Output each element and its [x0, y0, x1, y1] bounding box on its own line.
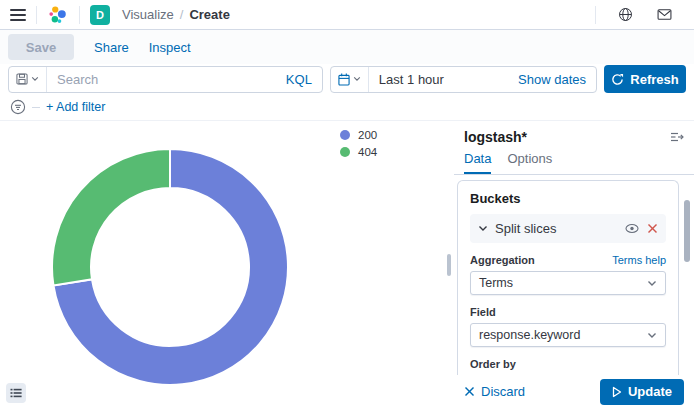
panel-resizer-grip[interactable] [447, 254, 451, 276]
chart-legend: 200404 [340, 129, 377, 158]
legend-color-dot [340, 147, 350, 157]
filter-bar: + Add filter [0, 94, 694, 121]
tab-data[interactable]: Data [464, 151, 491, 174]
editor-actions-bar: Discard Update [454, 375, 694, 408]
divider [79, 6, 80, 24]
main-content: 200404 logstash* Data Options [0, 121, 694, 408]
aggregation-select[interactable]: Terms [470, 271, 666, 295]
legend-item-404[interactable]: 404 [340, 146, 377, 158]
remove-bucket-icon[interactable] [647, 223, 658, 234]
buckets-section-title: Buckets [470, 191, 666, 206]
search-input-group: KQL [8, 66, 323, 93]
date-picker-group: Last 1 hour Show dates [330, 66, 597, 93]
saved-query-menu-button[interactable] [9, 67, 47, 92]
refresh-button[interactable]: Refresh [604, 65, 686, 93]
calendar-icon [338, 73, 350, 86]
list-icon [10, 387, 22, 399]
query-language-button[interactable]: KQL [276, 72, 322, 87]
visualization-chart-area: 200404 [0, 121, 444, 408]
donut-slice-404[interactable] [52, 149, 170, 285]
divider [36, 6, 37, 24]
time-range-value[interactable]: Last 1 hour [369, 72, 508, 87]
field-label: Field [470, 306, 496, 318]
legend-label: 200 [358, 129, 377, 141]
newsfeed-mail-icon[interactable] [645, 8, 684, 21]
visualize-toolbar: Save Share Inspect [0, 30, 694, 64]
menu-hamburger-icon[interactable] [10, 9, 26, 21]
chevron-down-icon [31, 76, 39, 82]
app-header: D Visualize / Create [0, 0, 694, 30]
close-icon [464, 386, 475, 397]
chevron-down-icon [647, 332, 657, 339]
terms-help-link[interactable]: Terms help [612, 254, 666, 266]
chevron-down-icon [353, 76, 361, 82]
show-dates-button[interactable]: Show dates [508, 72, 596, 87]
play-icon [612, 386, 622, 398]
update-button[interactable]: Update [600, 379, 684, 405]
elastic-logo-icon[interactable] [47, 4, 69, 26]
help-globe-icon[interactable] [606, 7, 645, 22]
add-filter-button[interactable]: + Add filter [46, 100, 105, 114]
chevron-down-icon [647, 280, 657, 287]
split-slices-label: Split slices [495, 221, 618, 236]
saved-query-disk-icon [16, 73, 28, 85]
divider [595, 6, 596, 24]
field-field-group: Field response.keyword [470, 306, 666, 347]
order-by-field-group: Order by Metric: Count [470, 358, 666, 375]
share-button[interactable]: Share [94, 40, 129, 55]
aggregation-label: Aggregation [470, 254, 535, 266]
tab-options[interactable]: Options [507, 151, 552, 174]
breadcrumb-current: Create [189, 7, 229, 22]
query-bar: KQL Last 1 hour Show dates Refresh [0, 64, 694, 94]
filter-icon[interactable] [10, 99, 26, 115]
donut-chart[interactable] [20, 121, 320, 408]
chevron-down-icon [478, 225, 488, 232]
discard-button[interactable]: Discard [464, 384, 525, 399]
panel-scrollbar-thumb[interactable] [684, 200, 690, 262]
refresh-icon [611, 73, 624, 86]
save-button[interactable]: Save [8, 34, 74, 60]
search-input[interactable] [47, 67, 276, 92]
split-slices-row[interactable]: Split slices [470, 214, 666, 243]
eye-toggle-icon[interactable] [625, 223, 639, 234]
field-select[interactable]: response.keyword [470, 323, 666, 347]
visualization-editor-panel: logstash* Data Options Buckets Split sli… [454, 121, 694, 408]
order-by-label: Order by [470, 358, 516, 370]
date-picker-menu-button[interactable] [331, 67, 369, 92]
aggregation-field-group: Aggregation Terms help Terms [470, 254, 666, 295]
legend-toggle-button[interactable] [6, 383, 26, 403]
editor-panel-header: logstash* Data Options [454, 121, 694, 175]
buckets-form: Buckets Split slices [457, 180, 679, 375]
legend-label: 404 [358, 146, 377, 158]
legend-item-200[interactable]: 200 [340, 129, 377, 141]
panel-resizer [444, 121, 454, 408]
space-badge[interactable]: D [90, 5, 110, 25]
breadcrumb: Visualize / Create [122, 7, 230, 22]
breadcrumb-section[interactable]: Visualize [122, 7, 174, 22]
collapse-panel-icon[interactable] [670, 130, 684, 144]
breadcrumb-separator: / [180, 7, 184, 22]
legend-color-dot [340, 130, 350, 140]
divider [32, 107, 40, 108]
index-pattern-title: logstash* [464, 129, 527, 145]
inspect-button[interactable]: Inspect [149, 40, 191, 55]
